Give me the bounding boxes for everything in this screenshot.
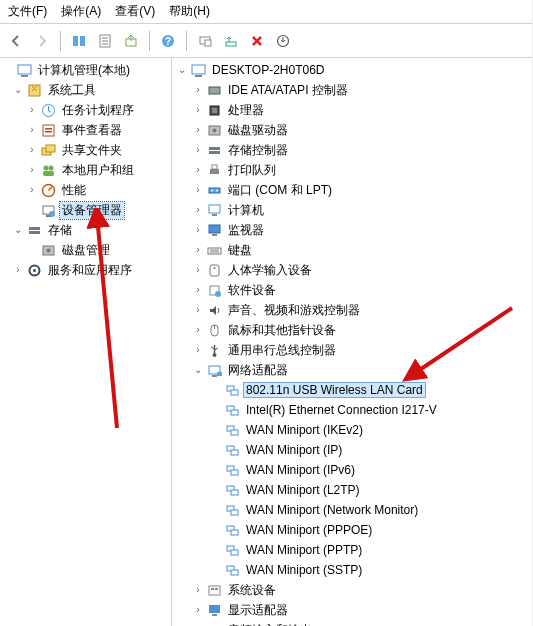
chevron-icon[interactable]: ›: [26, 104, 38, 116]
device-category-label: 通用串行总线控制器: [226, 342, 338, 359]
tree-item[interactable]: ⌄存储: [0, 220, 171, 240]
menu-file[interactable]: 文件(F): [8, 3, 47, 20]
chevron-icon[interactable]: ›: [26, 184, 38, 196]
device-category[interactable]: ›声音、视频和游戏控制器: [172, 300, 532, 320]
chevron-icon[interactable]: ›: [12, 264, 24, 276]
chevron-icon[interactable]: ›: [192, 304, 204, 316]
export-button[interactable]: [119, 29, 143, 53]
refresh-button[interactable]: [219, 29, 243, 53]
right-pane: ⌄ DESKTOP-2H0T06D ›IDE ATA/ATAPI 控制器›处理器…: [172, 58, 532, 626]
chevron-icon[interactable]: ›: [192, 604, 204, 616]
chevron-icon[interactable]: ›: [192, 204, 204, 216]
chevron-icon[interactable]: ›: [192, 264, 204, 276]
device-item[interactable]: ·WAN Miniport (IP): [172, 440, 532, 460]
device-category[interactable]: ›打印队列: [172, 160, 532, 180]
tree-item[interactable]: ·磁盘管理: [0, 240, 171, 260]
chevron-icon[interactable]: ›: [192, 144, 204, 156]
menu-view[interactable]: 查看(V): [115, 3, 155, 20]
properties-button[interactable]: [93, 29, 117, 53]
device-item[interactable]: ·WAN Miniport (IPv6): [172, 460, 532, 480]
toolbar: ?: [0, 24, 532, 58]
device-category[interactable]: ›键盘: [172, 240, 532, 260]
device-root[interactable]: ⌄ DESKTOP-2H0T06D: [172, 60, 532, 80]
tree-item-label: 设备管理器: [60, 202, 124, 219]
device-category[interactable]: ›IDE ATA/ATAPI 控制器: [172, 80, 532, 100]
svg-rect-0: [73, 36, 78, 46]
chevron-icon[interactable]: ›: [26, 164, 38, 176]
tree-item[interactable]: ⌄系统工具: [0, 80, 171, 100]
device-category[interactable]: ›系统设备: [172, 580, 532, 600]
chevron-icon[interactable]: ›: [26, 124, 38, 136]
sysdev-icon: [206, 582, 222, 598]
device-item[interactable]: ·Intel(R) Ethernet Connection I217-V: [172, 400, 532, 420]
chevron-icon[interactable]: ›: [192, 224, 204, 236]
svg-rect-21: [46, 145, 55, 152]
tree-item[interactable]: ·设备管理器: [0, 200, 171, 220]
scan-button[interactable]: [193, 29, 217, 53]
delete-button[interactable]: [245, 29, 269, 53]
device-category[interactable]: ›监视器: [172, 220, 532, 240]
chevron-icon[interactable]: ⌄: [12, 224, 24, 236]
chevron-icon[interactable]: ›: [192, 244, 204, 256]
chevron-icon[interactable]: ›: [192, 184, 204, 196]
svg-rect-43: [209, 151, 220, 154]
menu-action[interactable]: 操作(A): [61, 3, 101, 20]
tree-item[interactable]: ›任务计划程序: [0, 100, 171, 120]
back-button[interactable]: [4, 29, 28, 53]
chevron-icon[interactable]: ⌄: [192, 364, 204, 376]
device-item[interactable]: ·WAN Miniport (PPTP): [172, 540, 532, 560]
tree-item[interactable]: ›服务和应用程序: [0, 260, 171, 280]
tree-root[interactable]: ▸ 计算机管理(本地): [0, 60, 171, 80]
device-item[interactable]: ·WAN Miniport (SSTP): [172, 560, 532, 580]
device-category[interactable]: ›处理器: [172, 100, 532, 120]
svg-rect-17: [43, 125, 54, 136]
device-category[interactable]: ›端口 (COM 和 LPT): [172, 180, 532, 200]
device-item[interactable]: ·WAN Miniport (L2TP): [172, 480, 532, 500]
chevron-icon[interactable]: ›: [192, 324, 204, 336]
computer-icon: [206, 202, 222, 218]
forward-button[interactable]: [30, 29, 54, 53]
svg-rect-36: [195, 75, 202, 77]
tree-item[interactable]: ›本地用户和组: [0, 160, 171, 180]
device-item[interactable]: ·WAN Miniport (IKEv2): [172, 420, 532, 440]
svg-rect-45: [212, 165, 217, 169]
update-button[interactable]: [271, 29, 295, 53]
svg-rect-68: [231, 390, 238, 395]
device-item[interactable]: ·WAN Miniport (Network Monitor): [172, 500, 532, 520]
device-category[interactable]: ›存储控制器: [172, 140, 532, 160]
chevron-icon[interactable]: ›: [192, 164, 204, 176]
device-category[interactable]: ⌄网络适配器: [172, 360, 532, 380]
chevron-icon[interactable]: ⌄: [12, 84, 24, 96]
help-button[interactable]: ?: [156, 29, 180, 53]
chevron-icon[interactable]: ›: [192, 284, 204, 296]
device-item[interactable]: ·WAN Miniport (PPPOE): [172, 520, 532, 540]
device-category[interactable]: ›鼠标和其他指针设备: [172, 320, 532, 340]
chevron-icon[interactable]: ›: [192, 84, 204, 96]
chevron-icon[interactable]: ›: [192, 344, 204, 356]
computer-mgmt-icon: [16, 62, 32, 78]
device-item[interactable]: ·802.11n USB Wireless LAN Card: [172, 380, 532, 400]
chevron-icon[interactable]: ›: [192, 584, 204, 596]
cpu-icon: [206, 102, 222, 118]
chevron-down-icon[interactable]: ⌄: [176, 64, 188, 76]
tree-item[interactable]: ›性能: [0, 180, 171, 200]
svg-point-47: [211, 189, 213, 191]
svg-rect-49: [209, 205, 220, 213]
device-category[interactable]: ›通用串行总线控制器: [172, 340, 532, 360]
device-category[interactable]: ›软件设备: [172, 280, 532, 300]
device-category[interactable]: ›磁盘驱动器: [172, 120, 532, 140]
device-category[interactable]: ›计算机: [172, 200, 532, 220]
hid-icon: [206, 262, 222, 278]
chevron-icon[interactable]: ›: [192, 104, 204, 116]
device-category[interactable]: ›音频输入和输出: [172, 620, 532, 626]
device-category[interactable]: ›显示适配器: [172, 600, 532, 620]
menu-help[interactable]: 帮助(H): [169, 3, 210, 20]
tree-item[interactable]: ›共享文件夹: [0, 140, 171, 160]
chevron-icon[interactable]: ›: [26, 144, 38, 156]
chevron-icon[interactable]: ›: [192, 124, 204, 136]
tree-item[interactable]: ›事件查看器: [0, 120, 171, 140]
audio-icon: [206, 622, 222, 626]
svg-text:?: ?: [165, 36, 171, 47]
view-button[interactable]: [67, 29, 91, 53]
device-category[interactable]: ›人体学输入设备: [172, 260, 532, 280]
